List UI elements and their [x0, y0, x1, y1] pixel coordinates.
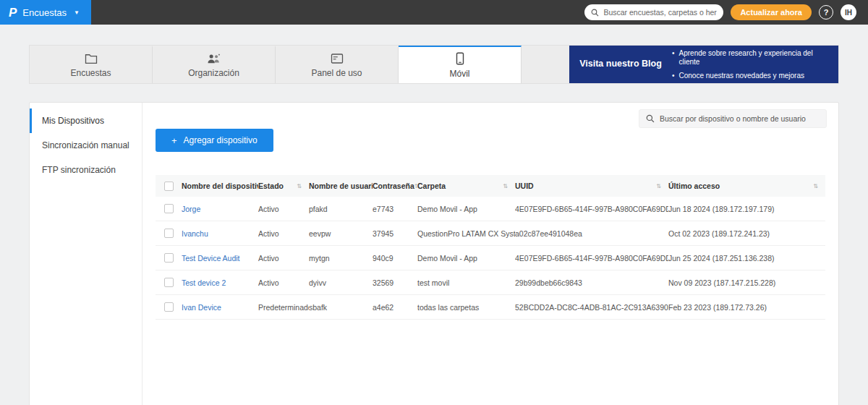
tab-label: Panel de uso — [311, 68, 362, 78]
row-checkbox[interactable] — [164, 278, 174, 287]
cell-device-name: Jorge — [182, 205, 258, 213]
avatar[interactable]: IH — [841, 4, 856, 20]
main-panel: + Agregar dispositivo Nombre del disposi… — [142, 103, 838, 405]
questionpro-logo-icon: P — [9, 7, 17, 19]
device-name-link[interactable]: Jorge — [182, 205, 200, 213]
device-name-text: Ivanchu — [182, 229, 208, 238]
content-card: Mis Dispositivos Sincronización manual F… — [29, 102, 839, 405]
bullet-text: Conoce nuestras novedades y mejoras — [679, 72, 804, 80]
column-header-nombre-usuario[interactable]: Nombre de usuario⇅ — [309, 182, 373, 190]
blog-banner-bullets: •Aprende sobre research y experiencia de… — [672, 49, 838, 80]
blog-bullet: •Conoce nuestras novedades y mejoras — [672, 72, 833, 80]
help-button[interactable]: ? — [819, 5, 833, 20]
table-row: Jorge Activo pfakd e7743 Demo Movil - Ap… — [156, 197, 825, 221]
cell-carpeta: todas las carpetas — [417, 303, 515, 312]
cell-usuario: pfakd — [309, 205, 373, 213]
global-search-input[interactable] — [603, 8, 717, 17]
cell-device-name: Test device 2 — [182, 278, 258, 287]
tab-label: Móvil — [449, 69, 469, 79]
app-switcher-label: Encuestas — [22, 7, 67, 18]
sidebar: Mis Dispositivos Sincronización manual F… — [30, 103, 142, 405]
column-header-contrasena[interactable]: Contraseña⇅ — [373, 182, 417, 190]
table-row: Ivanchu Activo eevpw 37945 QuestionPro L… — [156, 221, 825, 246]
cell-device-name: Ivan Device — [182, 303, 258, 312]
table-row: Test device 2 Activo dyivv 32569 test mo… — [156, 270, 825, 295]
tabstrip-filler — [522, 46, 569, 83]
column-header-uuid[interactable]: UUID⇅ — [515, 182, 668, 190]
device-name-link[interactable]: Test Device Audit — [182, 254, 240, 263]
cell-device-name: Ivanchu — [182, 229, 258, 238]
cell-usuario: sbafk — [309, 303, 373, 312]
device-name-link[interactable]: Ivanchu — [182, 229, 208, 238]
bullet-icon: • — [672, 72, 675, 80]
app-switcher-button[interactable]: P Encuestas ▼ — [0, 0, 91, 25]
table-header-row: Nombre del dispositivo⇅ Estado⇅ Nombre d… — [156, 175, 825, 197]
row-checkbox[interactable] — [164, 204, 174, 213]
blog-bullet: •Aprende sobre research y experiencia de… — [672, 49, 833, 67]
blog-banner[interactable]: Visita nuestro Blog •Aprende sobre resea… — [569, 46, 838, 83]
column-label: Estado — [258, 182, 284, 190]
add-device-button[interactable]: + Agregar dispositivo — [156, 129, 273, 152]
column-label: Carpeta — [417, 182, 446, 190]
cell-estado: Activo — [258, 205, 309, 213]
cell-uuid: a02c87ee491048ea — [515, 229, 668, 238]
cell-carpeta: Demo Movil - App — [417, 205, 515, 213]
sort-icon[interactable]: ⇅ — [503, 183, 508, 189]
global-search — [584, 4, 723, 20]
device-search-input[interactable] — [660, 114, 820, 123]
search-icon — [646, 114, 655, 123]
column-header-carpeta[interactable]: Carpeta⇅ — [417, 182, 515, 190]
sort-icon[interactable]: ⇅ — [813, 183, 818, 189]
bullet-text: Aprende sobre research y experiencia del… — [679, 49, 833, 67]
column-label: Nombre del dispositivo — [182, 182, 258, 190]
usage-panel-icon — [331, 53, 344, 64]
add-device-label: Agregar dispositivo — [184, 135, 258, 145]
cell-uuid: 52BCDD2A-DC8C-4ADB-81AC-2C913A6390C7 — [515, 303, 668, 312]
row-checkbox-cell — [156, 278, 182, 287]
tab-encuestas[interactable]: Encuestas — [30, 46, 153, 83]
column-header-nombre-dispositivo[interactable]: Nombre del dispositivo⇅ — [182, 182, 258, 190]
folder-icon — [85, 53, 98, 64]
device-name-link[interactable]: Test device 2 — [182, 278, 226, 287]
row-checkbox[interactable] — [164, 253, 174, 263]
sidebar-item-sincronizacion-manual[interactable]: Sincronización manual — [30, 133, 142, 158]
select-all-checkbox[interactable] — [164, 182, 174, 191]
tab-label: Organización — [188, 68, 239, 78]
cell-usuario: dyivv — [309, 278, 373, 287]
column-header-estado[interactable]: Estado⇅ — [258, 182, 309, 190]
column-header-ultimo-acceso[interactable]: Último acceso⇅ — [668, 182, 825, 190]
top-tabstrip: Encuestas Organización Panel de uso Móvi… — [29, 45, 839, 84]
row-checkbox[interactable] — [164, 229, 174, 238]
sort-icon[interactable]: ⇅ — [656, 183, 661, 189]
row-checkbox-cell — [156, 253, 182, 263]
device-search — [639, 109, 827, 128]
cell-ultimo-acceso: Feb 23 2023 (189.172.73.26) — [668, 303, 825, 312]
search-icon — [591, 9, 599, 17]
cell-usuario: eevpw — [309, 229, 373, 238]
blog-banner-title: Visita nuestro Blog — [569, 59, 672, 70]
row-checkbox-cell — [156, 229, 182, 238]
cell-contrasena: e7743 — [373, 205, 417, 213]
cell-uuid: 4E07E9FD-6B65-414F-997B-A980C0FA69DD — [515, 205, 668, 213]
update-now-button[interactable]: Actualizar ahora — [731, 4, 812, 20]
tab-label: Encuestas — [70, 68, 111, 78]
cell-uuid: 4E07E9FD-6B65-414F-997B-A980C0FA69DD — [515, 254, 668, 263]
row-checkbox[interactable] — [164, 302, 174, 312]
cell-device-name: Test Device Audit — [182, 254, 258, 263]
sort-icon[interactable]: ⇅ — [297, 183, 302, 189]
sidebar-item-ftp-sincronizacion[interactable]: FTP sincronización — [30, 158, 142, 182]
header-checkbox-cell — [156, 182, 182, 191]
mobile-icon — [456, 52, 464, 65]
tab-organizacion[interactable]: Organización — [153, 46, 276, 83]
chevron-down-icon: ▼ — [74, 9, 80, 16]
plus-icon: + — [171, 136, 177, 145]
tab-panel-de-uso[interactable]: Panel de uso — [276, 46, 399, 83]
column-label: Nombre de usuario — [309, 182, 373, 190]
page-body: Encuestas Organización Panel de uso Móvi… — [0, 45, 868, 405]
bullet-icon: • — [672, 49, 675, 67]
cell-carpeta: QuestionPro LATAM CX System — [417, 229, 515, 238]
cell-contrasena: 37945 — [373, 229, 417, 238]
device-name-link[interactable]: Ivan Device — [182, 303, 221, 312]
tab-movil[interactable]: Móvil — [399, 46, 522, 83]
sidebar-item-mis-dispositivos[interactable]: Mis Dispositivos — [30, 108, 142, 133]
